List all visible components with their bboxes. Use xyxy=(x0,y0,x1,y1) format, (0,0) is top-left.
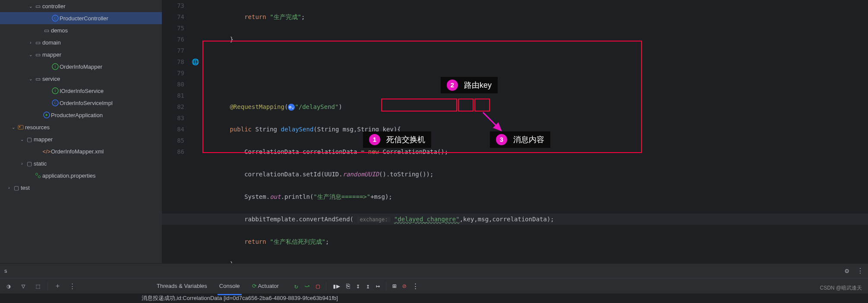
tree-folder-controller[interactable]: ⌄▭controller xyxy=(0,0,162,12)
folder-icon: ▭ xyxy=(34,39,42,46)
tree-file-appprops[interactable]: application.properties xyxy=(0,169,162,182)
interface-icon: I xyxy=(51,87,60,94)
tree-folder-test[interactable]: ›▢test xyxy=(0,182,162,194)
filter-icon[interactable]: ▽ xyxy=(18,282,28,290)
svg-text:C: C xyxy=(54,16,57,20)
svg-point-13 xyxy=(38,176,41,178)
step-into-icon[interactable]: ↧ xyxy=(356,282,360,290)
callout-badge-icon: 1 xyxy=(369,134,380,145)
tree-folder-domain[interactable]: ›▭domain xyxy=(0,36,162,48)
tree-folder-mapper2[interactable]: ⌄▢mapper xyxy=(0,133,162,145)
folder-icon: ▭ xyxy=(42,27,51,34)
code-editor[interactable]: 7374757677787980818283848586 🌐 return "生… xyxy=(162,0,868,263)
rerun-icon[interactable]: ↻ xyxy=(294,282,298,290)
tab-threads[interactable]: Threads & Variables xyxy=(155,280,209,292)
chevron-down-icon: ⌄ xyxy=(19,137,25,142)
callout-2: 2路由key xyxy=(441,77,498,93)
interface-icon: I xyxy=(51,63,60,70)
folder-icon: ▢ xyxy=(25,160,34,167)
debug-toolbar: ◑ ▽ ⬚ ＋ ⋮ Threads & Variables Console ⟳ … xyxy=(0,278,868,293)
project-tree[interactable]: ⌄▭controller CProducterController ▭demos… xyxy=(0,0,162,263)
web-icon: ⊕⌄ xyxy=(288,104,295,111)
tool-window-bar[interactable]: s ⚙ ⋮ xyxy=(0,263,868,278)
step-over-icon[interactable]: ⎘ xyxy=(346,282,350,290)
svg-rect-10 xyxy=(18,125,23,129)
toggle-view-icon[interactable]: ◑ xyxy=(3,282,14,290)
tree-file-orderinfomapperxml[interactable]: </>OrderInfoMapper.xml xyxy=(0,145,162,157)
folder-icon: ▭ xyxy=(34,51,42,58)
tree-file-iorderinfoservice[interactable]: IIOrderInfoService xyxy=(0,85,162,97)
svg-text:I: I xyxy=(55,89,56,93)
chevron-down-icon: ⌄ xyxy=(28,77,34,81)
config-icon xyxy=(34,172,42,179)
watermark: CSDN @暗武逢天 xyxy=(820,284,862,292)
run-to-cursor-icon[interactable]: ↦ xyxy=(376,282,380,290)
folder-icon: ▢ xyxy=(12,185,21,191)
tree-file-orderinfoserviceimpl[interactable]: COrderInfoServiceImpl xyxy=(0,97,162,109)
add-icon[interactable]: ＋ xyxy=(52,282,63,290)
tree-file-productercontroller[interactable]: CProducterController xyxy=(0,12,162,24)
class-icon: C xyxy=(51,15,60,22)
callout-1: 1死信交换机 xyxy=(363,131,431,148)
chevron-right-icon: › xyxy=(6,185,12,190)
pause-icon[interactable]: ▮▶ xyxy=(332,282,340,290)
chevron-down-icon: ⌄ xyxy=(28,4,34,9)
step-out-icon[interactable]: ↥ xyxy=(366,282,370,290)
evaluate-icon[interactable]: ⊞ xyxy=(392,282,396,290)
mute-bp-icon[interactable]: ⊘ xyxy=(402,282,406,290)
callout-3: 3消息内容 xyxy=(490,131,550,148)
code-area[interactable]: return "生产完成"; } @RequestMapping(⊕⌄"/del… xyxy=(201,0,868,263)
folder-icon: ▢ xyxy=(25,136,34,143)
tree-folder-demos[interactable]: ▭demos xyxy=(0,24,162,36)
settings-icon[interactable]: ⚙ xyxy=(845,267,849,275)
stop-icon[interactable]: ▢ xyxy=(316,282,320,290)
xml-icon: </> xyxy=(42,148,51,155)
class-run-icon xyxy=(42,112,51,118)
svg-text:C: C xyxy=(54,101,57,105)
param-hint: exchange: xyxy=(357,217,390,223)
folder-icon: ▭ xyxy=(34,76,42,82)
url-mapping-icon[interactable]: 🌐 xyxy=(189,56,201,67)
tab-console[interactable]: Console xyxy=(218,280,242,292)
more-icon[interactable]: ⋮ xyxy=(857,267,864,275)
svg-text:I: I xyxy=(55,64,56,69)
svg-point-12 xyxy=(36,173,38,175)
callout-badge-icon: 2 xyxy=(447,80,458,91)
chevron-right-icon: › xyxy=(28,40,34,45)
tab-actuator[interactable]: ⟳ Actuator xyxy=(250,280,281,292)
tree-folder-service[interactable]: ⌄▭service xyxy=(0,73,162,85)
tree-file-orderinfomapper[interactable]: IOrderInfoMapper xyxy=(0,61,162,73)
resume-icon[interactable]: ⤻ xyxy=(304,282,310,290)
console-output[interactable]: 消息投递成功,id:CorrelationData [id=0d7ca656-2… xyxy=(0,293,868,303)
tree-folder-static[interactable]: ›▢static xyxy=(0,157,162,169)
tree-file-producterapp[interactable]: ProducterApplication xyxy=(0,109,162,121)
more-icon[interactable]: ⋮ xyxy=(67,282,77,290)
callout-badge-icon: 3 xyxy=(496,134,507,145)
chevron-down-icon: ⌄ xyxy=(10,125,16,130)
layout-icon[interactable]: ⬚ xyxy=(33,282,43,290)
svg-rect-11 xyxy=(19,126,20,128)
folder-icon: ▭ xyxy=(34,3,42,10)
chevron-right-icon: › xyxy=(19,161,25,166)
tree-folder-mapper[interactable]: ⌄▭mapper xyxy=(0,48,162,61)
more-icon[interactable]: ⋮ xyxy=(412,282,419,290)
tree-folder-resources[interactable]: ⌄resources xyxy=(0,121,162,133)
chevron-down-icon: ⌄ xyxy=(28,52,34,57)
tool-window-label[interactable]: s xyxy=(4,268,7,274)
resources-icon xyxy=(16,124,25,131)
svg-marker-9 xyxy=(46,114,48,116)
class-icon: C xyxy=(51,99,60,106)
